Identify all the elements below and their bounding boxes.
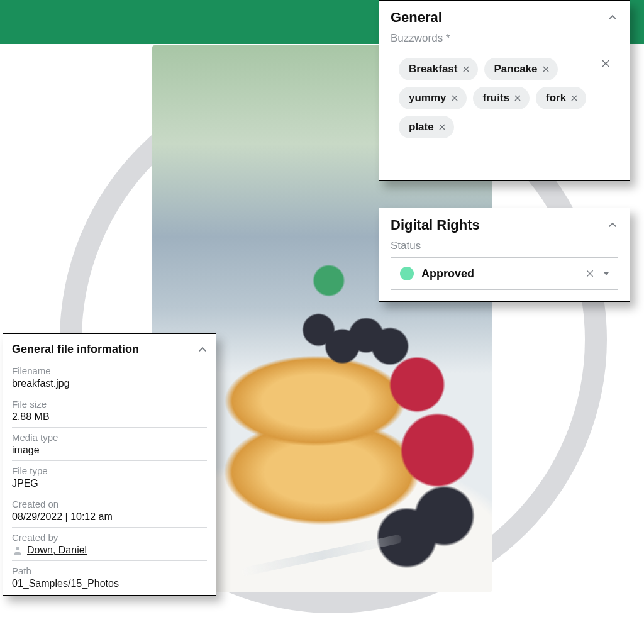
file-info-label: File type <box>12 465 207 476</box>
panel-rights-title: Digital Rights <box>391 217 480 233</box>
file-info-item: File size2.88 MB <box>12 394 207 428</box>
chevron-up-icon[interactable] <box>607 12 618 23</box>
buzzwords-input[interactable]: BreakfastPancakeyummyfruitsforkplate <box>391 50 618 169</box>
tag[interactable]: fork <box>536 87 586 109</box>
panel-file-info-header[interactable]: General file information <box>3 334 216 361</box>
panel-file-info: General file information Filenamebreakfa… <box>3 333 216 596</box>
svg-marker-16 <box>604 272 609 275</box>
created-by-user-link[interactable]: Down, Daniel <box>27 545 87 556</box>
tag-label: Pancake <box>494 63 538 75</box>
file-info-label: Filename <box>12 365 207 376</box>
chevron-up-icon[interactable] <box>607 219 618 231</box>
file-info-item: File typeJPEG <box>12 461 207 494</box>
remove-tag-icon[interactable] <box>438 123 447 131</box>
status-color-dot <box>400 267 414 280</box>
tag-label: plate <box>409 121 434 133</box>
clear-status-icon[interactable] <box>585 269 595 279</box>
tag[interactable]: Pancake <box>484 58 558 80</box>
svg-point-17 <box>16 547 19 550</box>
status-value: Approved <box>421 267 577 280</box>
file-info-label: Media type <box>12 432 207 443</box>
file-info-value: 08/29/2022 | 10:12 am <box>12 511 207 523</box>
chevron-up-icon[interactable] <box>197 344 208 355</box>
tag-label: fork <box>546 92 566 104</box>
file-info-value: 01_Samples/15_Photos <box>12 578 207 589</box>
tag[interactable]: plate <box>399 116 454 138</box>
file-info-value: 2.88 MB <box>12 411 207 423</box>
file-info-item: Created byDown, Daniel <box>12 528 207 561</box>
user-icon <box>12 545 23 556</box>
file-info-value: breakfast.jpg <box>12 378 207 389</box>
panel-rights-header[interactable]: Digital Rights <box>379 208 630 240</box>
remove-tag-icon[interactable] <box>541 65 550 74</box>
tag[interactable]: yummy <box>399 87 467 109</box>
file-info-item: Media typeimage <box>12 428 207 461</box>
status-label: Status <box>379 240 630 257</box>
panel-general: General Buzzwords * BreakfastPancakeyumm… <box>379 0 630 181</box>
file-info-item: Created on08/29/2022 | 10:12 am <box>12 494 207 528</box>
tag[interactable]: Breakfast <box>399 58 478 80</box>
status-select[interactable]: Approved <box>391 257 618 290</box>
panel-file-info-title: General file information <box>12 343 139 356</box>
clear-all-tags-icon[interactable] <box>600 58 611 69</box>
tag-label: fruits <box>483 92 510 104</box>
file-info-value: JPEG <box>12 478 207 489</box>
file-info-label: Created on <box>12 499 207 509</box>
file-info-value: image <box>12 445 207 456</box>
buzzwords-label: Buzzwords * <box>379 32 630 50</box>
file-info-item: Filenamebreakfast.jpg <box>12 361 207 394</box>
remove-tag-icon[interactable] <box>570 94 579 103</box>
tag-label: Breakfast <box>409 63 458 75</box>
panel-digital-rights: Digital Rights Status Approved <box>379 208 630 302</box>
tag-label: yummy <box>409 92 447 104</box>
file-info-label: Path <box>12 565 207 576</box>
remove-tag-icon[interactable] <box>450 94 459 103</box>
file-info-label: Created by <box>12 532 207 543</box>
panel-general-title: General <box>391 9 442 26</box>
file-info-item: Path01_Samples/15_Photos <box>12 561 207 594</box>
file-info-label: File size <box>12 399 207 409</box>
panel-general-header[interactable]: General <box>379 1 630 32</box>
remove-tag-icon[interactable] <box>513 94 522 103</box>
file-info-value: Down, Daniel <box>12 545 207 556</box>
caret-down-icon[interactable] <box>601 269 611 279</box>
remove-tag-icon[interactable] <box>462 65 470 74</box>
tag[interactable]: fruits <box>473 87 530 109</box>
